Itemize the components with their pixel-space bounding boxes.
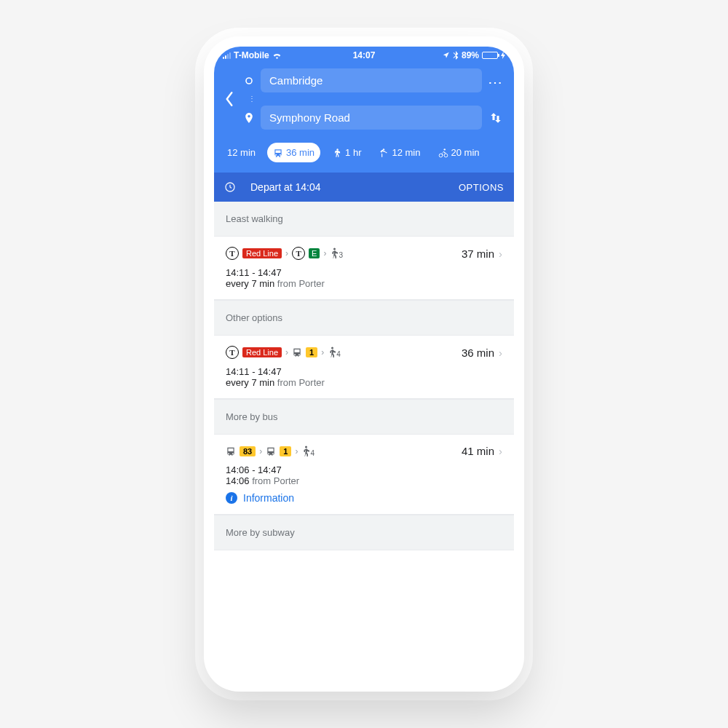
mode-tab-rideshare[interactable]: 12 min — [373, 143, 426, 162]
screen: T-Mobile 14:07 89% — [214, 47, 514, 681]
walk-minutes: 3 — [339, 251, 343, 259]
route-segments: T Red Line › 1 › 4 — [226, 346, 341, 359]
destination-input[interactable]: Symphony Road — [261, 106, 482, 130]
route-card[interactable]: T Red Line › T E › 3 37 min › — [214, 237, 514, 300]
duration-text: 36 min — [462, 347, 494, 359]
duration-text: 41 min — [462, 445, 494, 457]
svg-point-1 — [336, 149, 338, 150]
walking-segment-icon: 3 — [330, 248, 343, 259]
mode-driving-label: 12 min — [227, 147, 256, 158]
carrier-label: T-Mobile — [234, 50, 269, 60]
svg-point-8 — [331, 347, 333, 349]
origin-dot-icon — [243, 76, 255, 85]
mbta-t-icon: T — [292, 247, 305, 260]
route-time-range: 14:06 - 14:47 — [226, 464, 502, 475]
route-frequency-text: every 7 min — [226, 377, 277, 388]
route-card[interactable]: T Red Line › 1 › 4 36 — [214, 336, 514, 399]
bus-icon — [292, 347, 302, 357]
red-line-badge: Red Line — [242, 248, 282, 258]
duration-text: 37 min — [462, 248, 494, 260]
route-frequency-from: from Porter — [252, 475, 299, 486]
chevron-right-icon: › — [259, 446, 262, 456]
route-frequency: every 7 min from Porter — [226, 377, 502, 388]
origin-input[interactable]: Cambridge — [261, 68, 482, 92]
route-segments: T Red Line › T E › 3 — [226, 247, 343, 260]
directions-header: Cambridge ⋮ Symphony Road ⋯ — [214, 64, 514, 134]
route-frequency: 14:06 from Porter — [226, 475, 502, 486]
battery-percent: 89% — [462, 50, 479, 60]
destination-pin-icon — [243, 113, 255, 123]
route-frequency-from: from Porter — [277, 278, 325, 289]
walk-minutes: 4 — [336, 350, 341, 358]
more-options-button[interactable]: ⋯ — [485, 74, 507, 91]
mode-tab-cycling[interactable]: 20 min — [432, 143, 486, 162]
route-frequency: every 7 min from Porter — [226, 278, 502, 289]
mode-rideshare-label: 12 min — [392, 147, 420, 158]
route-duration: 41 min › — [462, 445, 502, 457]
svg-point-4 — [444, 154, 448, 157]
walking-icon — [332, 148, 342, 158]
walking-segment-icon: 4 — [301, 446, 314, 457]
bluetooth-icon — [453, 51, 459, 60]
walk-minutes: 4 — [310, 449, 314, 457]
routes-list[interactable]: Least walking T Red Line › T E › 3 — [214, 202, 514, 681]
chevron-right-icon: › — [285, 347, 288, 357]
route-information-link[interactable]: i Information — [226, 492, 502, 504]
chevron-right-icon: › — [321, 347, 324, 357]
svg-point-7 — [333, 248, 336, 250]
cycling-icon — [438, 148, 448, 158]
wifi-icon — [272, 52, 282, 59]
route-frequency-text: every 7 min — [226, 278, 277, 289]
mode-walking-label: 1 hr — [345, 147, 361, 158]
bus-route-badge: 1 — [280, 446, 291, 456]
mode-tab-driving[interactable]: 12 min — [221, 143, 261, 162]
rideshare-icon — [379, 148, 389, 158]
svg-point-0 — [246, 78, 252, 84]
route-card[interactable]: 83 › 1 › 4 41 min › — [214, 435, 514, 515]
clock-time: 14:07 — [317, 50, 411, 60]
svg-point-3 — [439, 154, 443, 157]
chevron-right-icon: › — [499, 445, 502, 457]
mode-cycling-label: 20 min — [451, 147, 480, 158]
chevron-right-icon: › — [295, 446, 298, 456]
location-icon — [443, 52, 450, 59]
mode-transit-label: 36 min — [286, 147, 314, 158]
bus-icon — [266, 446, 276, 456]
chevron-right-icon: › — [499, 248, 502, 260]
route-options-button[interactable]: OPTIONS — [459, 182, 504, 193]
bus-route-badge: 1 — [306, 347, 317, 357]
section-more-by-bus: More by bus — [214, 399, 514, 435]
chevron-right-icon: › — [499, 347, 502, 359]
red-line-badge: Red Line — [242, 347, 282, 357]
svg-point-5 — [443, 149, 445, 150]
route-time-range: 14:11 - 14:47 — [226, 366, 502, 377]
section-other-options: Other options — [214, 300, 514, 336]
info-label: Information — [243, 492, 294, 504]
route-duration: 36 min › — [462, 347, 502, 359]
route-segments: 83 › 1 › 4 — [226, 446, 314, 457]
chevron-right-icon: › — [285, 248, 288, 258]
mbta-t-icon: T — [226, 247, 239, 260]
mbta-t-icon: T — [226, 346, 239, 359]
back-button[interactable] — [218, 91, 240, 107]
depart-bar: Depart at 14:04 OPTIONS — [214, 173, 514, 202]
svg-point-2 — [383, 149, 384, 150]
green-line-e-badge: E — [309, 248, 320, 258]
info-icon: i — [226, 492, 237, 504]
section-more-by-subway: More by subway — [214, 515, 514, 550]
walking-segment-icon: 4 — [328, 347, 341, 358]
bus-route-badge: 83 — [240, 446, 256, 456]
mode-tab-transit[interactable]: 36 min — [267, 143, 320, 162]
phone-frame: T-Mobile 14:07 89% — [204, 36, 524, 692]
charging-icon — [501, 52, 505, 59]
swap-button[interactable] — [485, 111, 507, 124]
mode-tab-walking[interactable]: 1 hr — [326, 143, 367, 162]
svg-point-9 — [305, 446, 307, 448]
route-frequency-text: 14:06 — [226, 475, 252, 486]
cellular-signal-icon — [223, 52, 231, 59]
bus-icon — [226, 446, 236, 456]
section-least-walking: Least walking — [214, 202, 514, 237]
status-bar: T-Mobile 14:07 89% — [214, 47, 514, 64]
depart-time-button[interactable]: Depart at 14:04 — [250, 181, 459, 193]
travel-mode-tabs: 12 min 36 min 1 hr 12 min — [214, 134, 514, 173]
